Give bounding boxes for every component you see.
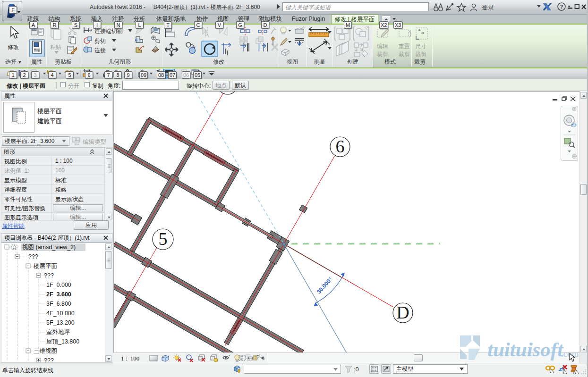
- svg-text:2D: 2D: [571, 123, 577, 127]
- svg-text:2F_3.600: 2F_3.600: [46, 291, 71, 298]
- svg-text:屋顶_13.800: 屋顶_13.800: [46, 338, 79, 345]
- svg-text:4F_10.000: 4F_10.000: [46, 310, 75, 317]
- svg-text:?: ?: [560, 4, 563, 9]
- svg-text:视图 (amsd_view_2): 视图 (amsd_view_2): [22, 244, 76, 251]
- svg-text:1F_0.000: 1F_0.000: [46, 282, 71, 288]
- svg-text:室外地坪: 室外地坪: [46, 329, 70, 335]
- svg-text:6: 6: [336, 136, 345, 156]
- svg-text:5: 5: [159, 229, 168, 249]
- svg-text:???: ???: [44, 357, 54, 363]
- svg-text:楼层平面: 楼层平面: [34, 263, 57, 269]
- svg-text:???: ???: [44, 272, 54, 279]
- svg-text:???: ???: [28, 253, 38, 260]
- svg-text:5F_13.200: 5F_13.200: [46, 319, 75, 326]
- svg-text:三维视图: 三维视图: [34, 348, 57, 354]
- svg-text:D: D: [396, 302, 409, 322]
- svg-text:tuituisoft: tuituisoft: [487, 338, 564, 360]
- svg-text:3F_6.800: 3F_6.800: [46, 301, 71, 307]
